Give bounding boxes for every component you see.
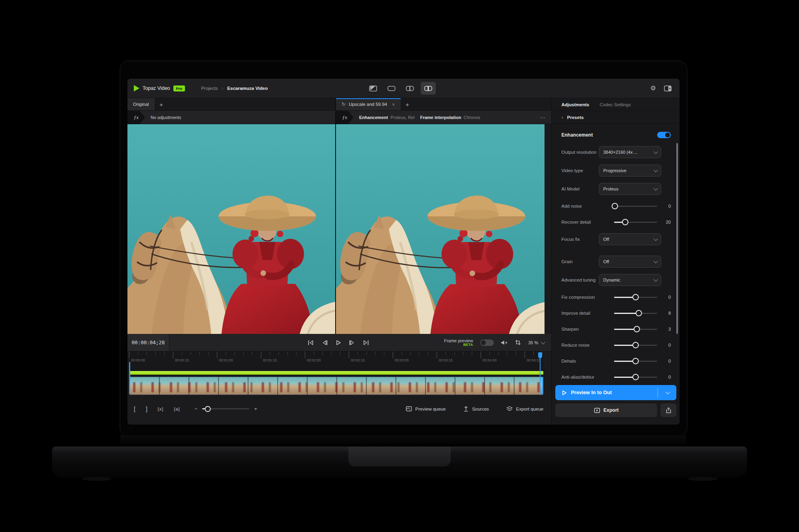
ruler-tick-label: 00:00:00 [131,358,145,362]
slider-value: 0 [660,204,671,208]
view-mode-single-button[interactable] [384,82,399,95]
adjust-label: Recover detail [561,220,614,224]
export-button[interactable]: Export [555,403,657,417]
tab-upscale[interactable]: ↻ Upscale and 59.94 × [336,98,401,110]
slider-knob[interactable] [634,326,640,332]
timeline-ruler[interactable]: 00:00:0000:00:1500:01:0000:01:1500:02:00… [129,351,543,370]
toggle-right-panel-icon[interactable] [664,85,672,91]
sources-label: Sources [472,407,489,411]
right-add-tab-button[interactable]: + [401,98,414,110]
original-video-frame [127,124,335,334]
dropdown-ai-model[interactable]: Proteus [599,183,661,195]
set-out-point-button[interactable]: ] [146,406,147,412]
slider-fix-compression[interactable] [614,294,657,300]
view-mode-side-by-side-button[interactable] [421,82,436,95]
timeline-zoom-track[interactable] [202,408,249,409]
export-label: Export [604,407,619,413]
sidebar-scrollbar[interactable] [676,143,678,334]
clear-in-out-button[interactable]: [x] [158,407,164,411]
fx-icon[interactable]: ƒx [336,111,354,124]
adjust-row-fix-compression: Fix compression0 [561,289,671,305]
playhead[interactable] [540,352,541,395]
original-video-preview[interactable] [127,124,335,334]
preview-in-to-out-button[interactable]: Preview In to Out [555,385,676,400]
ruler-tick: 00:04:15 [525,351,525,358]
slider-improve-detail[interactable] [614,310,657,316]
slider-sharpen[interactable] [614,326,657,332]
adjust-label: Add noise [561,204,614,208]
enhanced-video-preview[interactable] [336,124,545,334]
filmstrip[interactable] [129,377,543,395]
select-range-button[interactable]: [a] [174,407,180,411]
filter-enhancement[interactable]: Enhancement Proteus, Rel [359,115,415,120]
export-queue-button[interactable]: Export queue [507,406,543,412]
slider-dehalo[interactable] [614,358,657,364]
dropdown-grain[interactable]: Off [599,256,661,268]
out-point-marker[interactable] [542,377,543,394]
main-area: Original + ↻ Upscale and 59.94 × + [127,98,680,425]
adjustments-panel: Enhancement Output resolution3840×2160 (… [552,124,680,385]
slider-knob[interactable] [632,294,639,300]
dropdown-value: 3840×2160 (4x ... [603,150,654,155]
view-mode-split-diagonal-button[interactable] [366,82,381,95]
slider-knob[interactable] [612,203,618,209]
slider-knob[interactable] [632,374,639,380]
slider-knob[interactable] [632,358,639,364]
play-button[interactable] [336,340,341,345]
close-tab-icon[interactable]: × [392,101,395,107]
dropdown-focus-fix[interactable]: Off [599,233,661,245]
bottom-toolbar: [ ] [x] [a] − + [127,396,551,425]
slider-knob[interactable] [636,310,642,316]
skip-to-end-button[interactable] [363,340,369,345]
slider-anti-alias-deblur[interactable] [614,374,657,380]
slider-knob[interactable] [632,342,639,348]
preview-queue-button[interactable]: Preview queue [406,406,446,411]
tab-original[interactable]: Original [127,98,155,110]
tab-adjustments[interactable]: Adjustments [561,102,589,107]
mute-audio-icon[interactable] [501,340,508,345]
slider-recover-detail[interactable] [614,219,657,225]
enhancement-toggle[interactable] [657,132,671,138]
ruler-tick-label: 00:03:00 [395,358,409,362]
laptop-lid-notch [348,447,451,466]
breadcrumb-projects[interactable]: Projects [201,86,218,91]
sources-button[interactable]: Sources [463,406,489,412]
dropdown-advanced-tuning[interactable]: Dynamic [599,274,661,286]
dropdown-value: Off [603,237,654,242]
chevron-down-icon [654,259,658,263]
left-add-tab-button[interactable]: + [155,98,168,110]
adjust-row-focus-fix: Focus fixOff [561,230,671,248]
playhead-handle[interactable] [538,352,542,358]
fx-icon[interactable]: ƒx [127,111,145,124]
dropdown-output-resolution[interactable]: 3840×2160 (4x ... [599,146,661,158]
settings-gear-icon[interactable]: ⚙ [650,85,656,91]
crop-icon[interactable] [515,339,521,345]
timeline-zoom-knob[interactable] [205,406,211,412]
presets-section[interactable]: › Presets [552,111,680,124]
more-options-icon[interactable]: ⋯ [540,114,546,121]
view-mode-split-button[interactable] [402,82,417,95]
slider-add-noise[interactable] [614,203,657,209]
timeline-zoom-in-button[interactable]: + [254,406,257,412]
adjust-row-recover-detail: Recover detail20 [561,214,671,230]
filter-frame-interpolation[interactable]: Frame interpolation Chronos [420,115,480,120]
previous-frame-button[interactable] [322,340,328,345]
slider-knob[interactable] [622,219,628,225]
timeline-zoom-slider: − + [195,406,257,412]
slider-reduce-noise[interactable] [614,342,657,348]
set-in-point-button[interactable]: [ [134,406,135,412]
slider-value: 0 [660,375,671,379]
zoom-level-select[interactable]: 35 % [528,340,544,345]
adjust-row-sharpen: Sharpen3 [561,321,671,337]
next-frame-button[interactable] [349,340,355,345]
share-button[interactable] [660,403,676,417]
frame-preview-toggle[interactable] [480,339,494,346]
tab-codec-settings[interactable]: Codec Settings [600,102,631,107]
layers-stack-icon [507,406,513,412]
in-point-marker[interactable] [129,362,130,394]
adjust-label: Output resolution [561,150,599,155]
timeline-zoom-out-button[interactable]: − [195,406,198,412]
dropdown-video-type[interactable]: Progressive [599,165,661,177]
right-filter-bar: ƒx Enhancement Proteus, Rel Frame interp… [335,111,551,124]
skip-to-start-button[interactable] [308,340,314,345]
